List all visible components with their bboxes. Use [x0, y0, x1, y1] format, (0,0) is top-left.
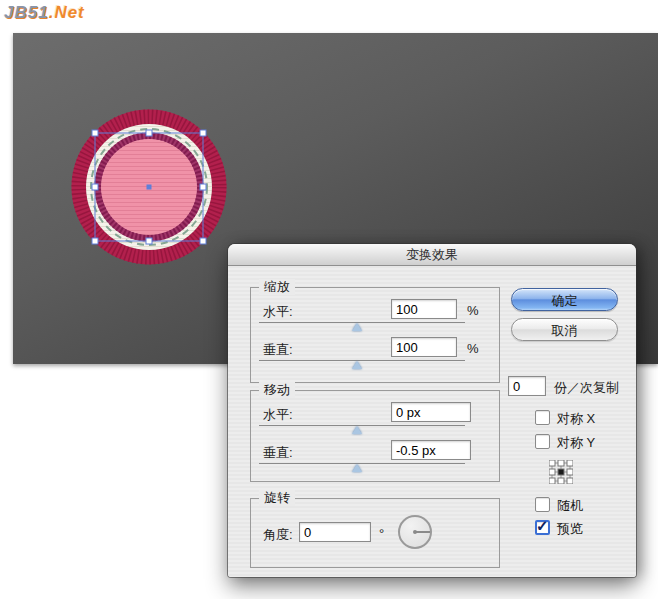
checkbox-box[interactable]: [535, 497, 550, 512]
selection-center-point[interactable]: [147, 185, 152, 190]
scale-vertical-input[interactable]: [391, 337, 457, 357]
move-vertical-slider-track[interactable]: [259, 463, 465, 464]
selection-handle[interactable]: [92, 238, 98, 244]
jb51-watermark: JB51.Net: [4, 3, 85, 23]
rotate-degree-symbol: °: [379, 526, 384, 541]
ok-button[interactable]: 确定: [511, 288, 618, 311]
reference-point-center: [558, 469, 564, 475]
scale-vertical-unit: %: [467, 341, 479, 356]
scale-horizontal-unit: %: [467, 303, 479, 318]
checkbox-box[interactable]: [535, 410, 550, 425]
rotate-dial-needle: [415, 531, 430, 533]
reference-point-grid-icon[interactable]: [549, 460, 573, 484]
scale-vertical-slider-thumb[interactable]: [352, 361, 362, 369]
rotate-group: 旋转 角度: °: [250, 498, 500, 568]
rotate-group-label: 旋转: [259, 490, 295, 506]
scale-horizontal-label: 水平:: [263, 303, 293, 321]
checkbox-box[interactable]: [535, 434, 550, 449]
move-vertical-label: 垂直:: [263, 444, 293, 462]
selection-handle[interactable]: [200, 130, 206, 136]
scale-horizontal-slider-thumb[interactable]: [352, 323, 362, 331]
random-label: 随机: [557, 497, 583, 515]
move-vertical-slider-thumb[interactable]: [352, 464, 362, 472]
move-horizontal-slider-thumb[interactable]: [352, 426, 362, 434]
selection-handle[interactable]: [92, 184, 98, 190]
selection-handle[interactable]: [92, 130, 98, 136]
cancel-button[interactable]: 取消: [511, 318, 618, 341]
reflect-x-label: 对称 X: [557, 410, 595, 428]
move-vertical-input[interactable]: [391, 440, 471, 460]
scale-vertical-slider-track[interactable]: [259, 360, 465, 361]
scale-horizontal-slider-track[interactable]: [259, 322, 465, 323]
scale-group-label: 缩放: [259, 279, 295, 295]
rotate-dial[interactable]: [398, 515, 432, 549]
transform-effect-dialog: 变换效果 缩放 水平: % 垂直: % 移动 水平: 垂直: 旋转 角度: °: [228, 244, 636, 577]
move-horizontal-label: 水平:: [263, 406, 293, 424]
move-horizontal-slider-track[interactable]: [259, 425, 465, 426]
copies-input[interactable]: [508, 376, 546, 396]
rotate-angle-label: 角度:: [263, 526, 293, 544]
scale-group: 缩放 水平: % 垂直: %: [250, 287, 500, 383]
reflect-y-label: 对称 Y: [557, 434, 595, 452]
selection-handle[interactable]: [200, 238, 206, 244]
preview-label: 预览: [557, 520, 583, 538]
dialog-title: 变换效果: [406, 247, 458, 262]
scale-horizontal-input[interactable]: [391, 299, 457, 319]
copies-label: 份／次复制: [554, 379, 619, 397]
selection-handle[interactable]: [146, 130, 152, 136]
checkmark-icon: ✓: [536, 517, 549, 535]
move-group-label: 移动: [259, 382, 295, 398]
watermark-text: JB51: [4, 3, 49, 22]
scale-vertical-label: 垂直:: [263, 341, 293, 359]
selection-handle[interactable]: [146, 238, 152, 244]
move-horizontal-input[interactable]: [391, 402, 471, 422]
move-group: 移动 水平: 垂直:: [250, 390, 500, 482]
dialog-titlebar[interactable]: 变换效果: [228, 244, 636, 266]
badge-artwork[interactable]: [68, 106, 230, 268]
rotate-dial-hub: [413, 530, 417, 534]
selection-handle[interactable]: [200, 184, 206, 190]
rotate-angle-input[interactable]: [299, 522, 371, 542]
